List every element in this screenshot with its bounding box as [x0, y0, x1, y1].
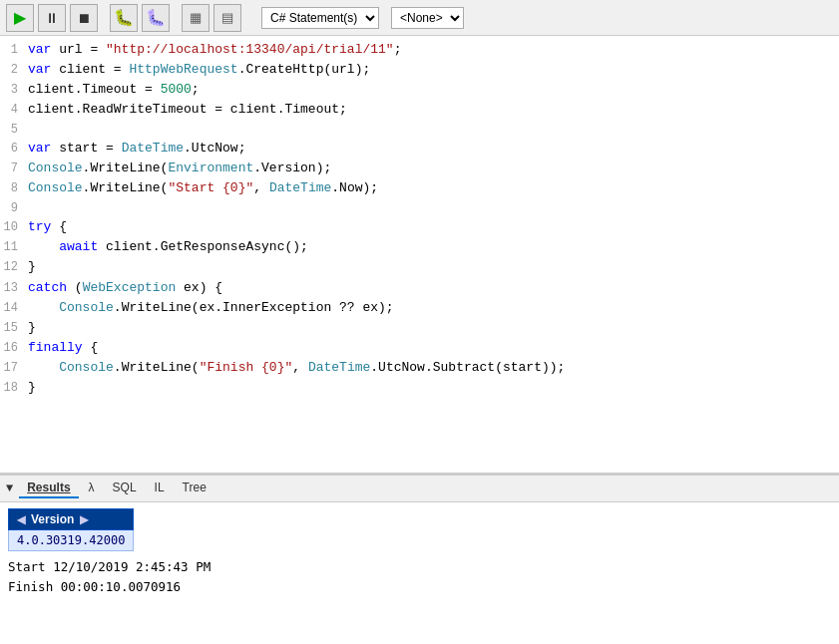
- line-number: 16: [0, 339, 28, 358]
- token-kw: try: [28, 219, 51, 234]
- code-line: 2var client = HttpWebRequest.CreateHttp(…: [0, 60, 839, 80]
- token-cls: Environment: [168, 161, 253, 175]
- token-plain: {: [83, 340, 99, 355]
- code-line: 1var url = "http://localhost:13340/api/t…: [0, 40, 839, 60]
- token-plain: }: [28, 259, 36, 274]
- code-content: client.Timeout = 5000;: [28, 80, 839, 100]
- tab-lambda[interactable]: λ: [81, 479, 103, 498]
- tab-results[interactable]: Results: [19, 479, 78, 498]
- code-line: 5: [0, 121, 839, 140]
- tab-sql[interactable]: SQL: [105, 479, 145, 498]
- pause-button[interactable]: ⏸: [38, 4, 66, 32]
- code-content: var client = HttpWebRequest.CreateHttp(u…: [28, 60, 839, 80]
- code-line: 8Console.WriteLine("Start {0}", DateTime…: [0, 178, 839, 198]
- cell-version-value: 4.0.30319.42000: [9, 530, 134, 551]
- code-line: 3client.Timeout = 5000;: [0, 80, 839, 100]
- token-plain: client.ReadWriteTimeout = client.Timeout…: [28, 102, 347, 117]
- collapse-arrow[interactable]: ▼: [6, 482, 13, 495]
- stop-button[interactable]: ⏹: [70, 4, 98, 32]
- code-line: 12}: [0, 257, 839, 277]
- line-number: 13: [0, 279, 28, 298]
- token-plain: [28, 239, 59, 254]
- token-str: "http://localhost:13340/api/trial/11": [106, 42, 394, 57]
- col-next-arrow[interactable]: ▶: [80, 513, 88, 526]
- code-content: try {: [28, 217, 839, 237]
- token-num: 5000: [161, 82, 192, 97]
- output-line: Finish 00:00:10.0070916: [8, 577, 831, 597]
- token-cls: HttpWebRequest: [129, 62, 237, 77]
- code-content: finally {: [28, 338, 839, 358]
- code-line: 9: [0, 199, 839, 218]
- line-number: 2: [0, 61, 28, 80]
- line-number: 10: [0, 218, 28, 237]
- line-number: 3: [0, 81, 28, 100]
- toolbar: ▶ ⏸ ⏹ 🐛 🐛 ▦ ▤ C# Statement(s) <None>: [0, 0, 839, 36]
- grid1-button[interactable]: ▦: [182, 4, 210, 32]
- code-line: 15}: [0, 318, 839, 338]
- bug-red-button[interactable]: 🐛: [110, 4, 138, 32]
- token-plain: .UtcNow.Subtract(start));: [370, 360, 565, 375]
- token-plain: }: [28, 380, 36, 395]
- code-content: Console.WriteLine(ex.InnerException ?? e…: [28, 298, 839, 318]
- token-plain: }: [28, 320, 36, 335]
- code-content: }: [28, 318, 839, 338]
- line-number: 7: [0, 160, 28, 178]
- token-plain: client =: [51, 62, 129, 77]
- code-line: 11 await client.GetResponseAsync();: [0, 237, 839, 257]
- token-kw: catch: [28, 280, 67, 295]
- line-number: 6: [0, 140, 28, 159]
- token-plain: .WriteLine(: [83, 161, 169, 175]
- token-kw: await: [59, 239, 98, 254]
- tab-tree[interactable]: Tree: [175, 479, 214, 498]
- token-kw: var: [28, 42, 51, 57]
- token-plain: start =: [51, 141, 121, 156]
- line-number: 5: [0, 121, 28, 140]
- code-content: var url = "http://localhost:13340/api/tr…: [28, 40, 839, 60]
- code-line: 16finally {: [0, 338, 839, 358]
- grid2-button[interactable]: ▤: [213, 4, 241, 32]
- line-number: 8: [0, 179, 28, 198]
- output-line: Start 12/10/2019 2:45:43 PM: [8, 557, 831, 577]
- token-cls: DateTime: [308, 360, 370, 375]
- col-prev-arrow[interactable]: ◀: [17, 513, 25, 526]
- code-editor[interactable]: 1var url = "http://localhost:13340/api/t…: [0, 36, 839, 475]
- token-plain: (: [67, 280, 83, 295]
- token-cls: DateTime: [269, 180, 331, 195]
- token-cls: WebException: [83, 280, 177, 295]
- language-select[interactable]: C# Statement(s): [261, 7, 379, 29]
- line-number: 17: [0, 359, 28, 378]
- line-number: 12: [0, 258, 28, 277]
- token-plain: .CreateHttp(url);: [238, 62, 371, 77]
- bug-blue-button[interactable]: 🐛: [142, 4, 170, 32]
- token-plain: url =: [51, 42, 106, 57]
- code-line: 18}: [0, 378, 839, 398]
- results-panel: ▼ ResultsλSQLILTree ◀Version▶4.0.30319.4…: [0, 475, 839, 644]
- play-button[interactable]: ▶: [6, 4, 34, 32]
- token-plain: ex) {: [176, 280, 222, 295]
- tab-il[interactable]: IL: [147, 479, 173, 498]
- connection-select[interactable]: <None>: [391, 7, 464, 29]
- line-number: 4: [0, 101, 28, 120]
- code-content: Console.WriteLine(Environment.Version);: [28, 159, 839, 178]
- token-plain: ,: [292, 360, 308, 375]
- token-plain: .UtcNow;: [184, 141, 245, 156]
- code-line: 6var start = DateTime.UtcNow;: [0, 139, 839, 159]
- code-content: }: [28, 257, 839, 277]
- token-cls: Console: [28, 161, 83, 175]
- line-number: 14: [0, 299, 28, 318]
- token-plain: .Version);: [253, 161, 331, 175]
- token-plain: client.GetResponseAsync();: [98, 239, 308, 254]
- results-content: ◀Version▶4.0.30319.42000Start 12/10/2019…: [0, 502, 839, 644]
- code-content: await client.GetResponseAsync();: [28, 237, 839, 257]
- token-cls: Console: [59, 360, 114, 375]
- token-plain: {: [51, 219, 67, 234]
- line-number: 15: [0, 319, 28, 338]
- token-kw: var: [28, 141, 51, 156]
- code-content: }: [28, 378, 839, 398]
- token-plain: [28, 300, 59, 315]
- code-line: 10try {: [0, 217, 839, 237]
- code-line: 14 Console.WriteLine(ex.InnerException ?…: [0, 298, 839, 318]
- token-plain: .WriteLine(ex.InnerException ?? ex);: [114, 300, 394, 315]
- line-number: 18: [0, 379, 28, 398]
- code-line: 4client.ReadWriteTimeout = client.Timeou…: [0, 100, 839, 120]
